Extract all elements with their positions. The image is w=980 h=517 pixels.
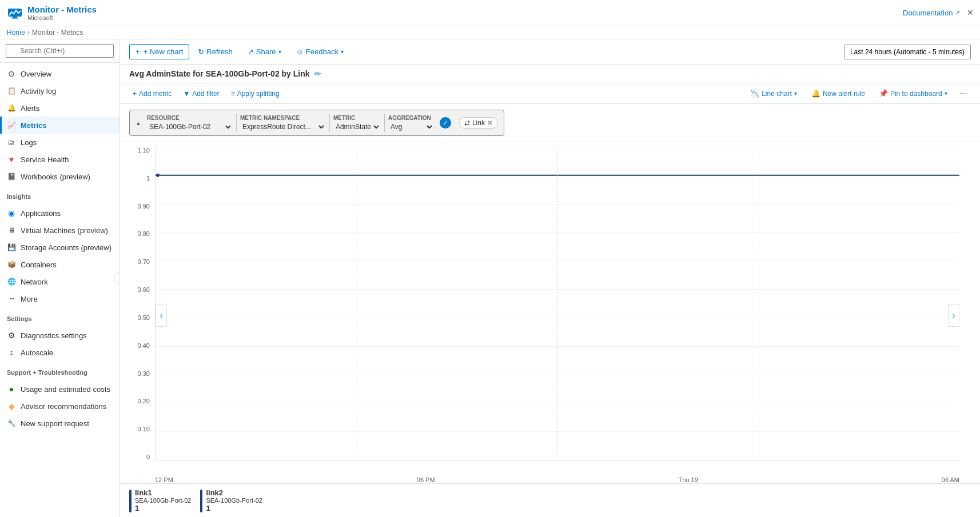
sidebar-item-diagnostics[interactable]: ⚙ Diagnostics settings	[0, 327, 119, 344]
sidebar-item-autoscale[interactable]: ↕ Autoscale	[0, 344, 119, 361]
legend-item-link1: link1 SEA-100Gb-Port-02 1	[129, 488, 191, 512]
more-options-button[interactable]: ···	[957, 87, 971, 100]
sidebar-item-activity-log[interactable]: 📋 Activity log	[0, 82, 119, 99]
settings-section-label: Settings	[0, 310, 119, 324]
sidebar-item-storage-accounts[interactable]: 💾 Storage Accounts (preview)	[0, 239, 119, 256]
aggregation-select[interactable]: Avg	[388, 122, 434, 131]
more-icon: ···	[7, 294, 16, 303]
support-section-label: Support + Troubleshooting	[0, 363, 119, 378]
metric-field: METRIC AdminState	[333, 115, 381, 131]
storage-icon: 💾	[7, 243, 16, 252]
y-label-0.40: 0.40	[138, 342, 150, 349]
remove-link-tag-button[interactable]: ✕	[487, 119, 493, 127]
sidebar-item-network[interactable]: 🌐 Network	[0, 273, 119, 290]
chart-next-button[interactable]: ›	[948, 304, 959, 327]
monitor-icon	[7, 5, 23, 21]
metric-label: METRIC	[333, 115, 381, 121]
svg-rect-1	[13, 17, 17, 18]
metric-collapse-icon[interactable]: ▲	[136, 120, 141, 126]
namespace-select[interactable]: ExpressRoute Direct...	[240, 122, 326, 131]
y-label-0.20: 0.20	[138, 398, 150, 404]
sidebar-item-logs[interactable]: 🗂 Logs	[0, 134, 119, 151]
workbooks-icon: 📓	[7, 172, 16, 181]
y-label-0.90: 0.90	[138, 203, 150, 210]
resource-field: RESOURCE SEA-100Gb-Port-02	[147, 115, 233, 131]
sidebar-item-containers[interactable]: 📦 Containers	[0, 256, 119, 273]
overview-icon: ⊙	[7, 69, 16, 78]
y-label-0.50: 0.50	[138, 314, 150, 321]
network-icon: 🌐	[7, 277, 16, 286]
sidebar-item-alerts[interactable]: 🔔 Alerts	[0, 99, 119, 117]
metrics-icon: 📈	[7, 121, 16, 130]
y-label-1.10: 1.10	[138, 147, 150, 154]
containers-icon: 📦	[7, 260, 16, 269]
sidebar-item-advisor[interactable]: ◆ Advisor recommendations	[0, 398, 119, 415]
sidebar-item-service-health[interactable]: ♥ Service Health	[0, 151, 119, 168]
diagnostics-icon: ⚙	[7, 331, 16, 340]
content-area: + + New chart ↻ Refresh ↗ Share ▾ ☺ Feed…	[120, 39, 980, 517]
feedback-button[interactable]: ☺ Feedback ▾	[290, 44, 350, 59]
sidebar-search-container	[0, 39, 119, 63]
apply-splitting-button[interactable]: ≡ Apply splitting	[228, 88, 283, 99]
y-label-0.10: 0.10	[138, 426, 150, 432]
x-label-6pm: 06 PM	[417, 476, 435, 483]
confirm-metric-button[interactable]: ✓	[440, 117, 451, 129]
insights-nav: ◉ Applications 🖥 Virtual Machines (previ…	[0, 202, 119, 310]
new-alert-rule-button[interactable]: 🔔 New alert rule	[807, 87, 870, 99]
advisor-icon: ◆	[7, 402, 16, 411]
legend-item-link2: link2 SEA-100Gb-Port-02 1	[200, 488, 262, 512]
alert-icon: 🔔	[811, 89, 820, 98]
edit-title-icon[interactable]: ✏	[314, 69, 321, 78]
share-button[interactable]: ↗ Share ▾	[241, 44, 288, 59]
y-axis: 1.10 1 0.90 0.80 0.70 0.60 0.50 0.40 0.3…	[129, 147, 152, 460]
main-toolbar: + + New chart ↻ Refresh ↗ Share ▾ ☺ Feed…	[120, 39, 980, 65]
add-filter-button[interactable]: ▼ Add filter	[180, 88, 222, 99]
line-chart-icon: 📉	[750, 89, 759, 98]
legend-color-link2	[200, 490, 202, 512]
sidebar: ⊙ Overview 📋 Activity log 🔔 Alerts 📈 Met…	[0, 39, 120, 517]
chart-title: Avg AdminState for SEA-100Gb-Port-02 by …	[129, 69, 310, 78]
line-chart-button[interactable]: 📉 Line chart ▾	[745, 87, 802, 100]
sidebar-item-metrics[interactable]: 📈 Metrics	[0, 117, 119, 134]
vm-icon: 🖥	[7, 226, 16, 235]
new-chart-button[interactable]: + + New chart	[129, 44, 189, 59]
refresh-icon: ↻	[198, 47, 204, 56]
chart-area: 1.10 1 0.90 0.80 0.70 0.60 0.50 0.40 0.3…	[120, 142, 980, 483]
y-label-1: 1	[146, 175, 150, 182]
x-label-12pm: 12 PM	[155, 476, 173, 483]
refresh-button[interactable]: ↻ Refresh	[192, 44, 239, 59]
y-label-0.30: 0.30	[138, 370, 150, 377]
link-filter-tag: ⇄ Link ✕	[459, 117, 498, 129]
sidebar-item-usage-costs[interactable]: ● Usage and estimated costs	[0, 380, 119, 398]
sidebar-item-workbooks[interactable]: 📓 Workbooks (preview)	[0, 168, 119, 185]
applications-icon: ◉	[7, 209, 16, 218]
close-button[interactable]: ×	[967, 7, 973, 19]
sidebar-item-more[interactable]: ··· More	[0, 290, 119, 307]
add-metric-button[interactable]: + Add metric	[129, 88, 175, 99]
chart-prev-button[interactable]: ‹	[156, 304, 167, 327]
namespace-label: METRIC NAMESPACE	[240, 115, 326, 121]
pin-to-dashboard-button[interactable]: 📌 Pin to dashboard ▾	[874, 87, 952, 99]
sidebar-item-new-support[interactable]: 🔧 New support request	[0, 415, 119, 432]
sidebar-item-applications[interactable]: ◉ Applications	[0, 205, 119, 222]
y-label-0.80: 0.80	[138, 230, 150, 237]
metric-select[interactable]: AdminState	[333, 122, 381, 131]
x-axis: 12 PM 06 PM Thu 19 06 AM	[155, 474, 959, 483]
settings-nav: ⚙ Diagnostics settings ↕ Autoscale	[0, 324, 119, 363]
sidebar-item-overview[interactable]: ⊙ Overview	[0, 65, 119, 82]
breadcrumb-home[interactable]: Home	[7, 29, 25, 37]
sidebar-item-virtual-machines[interactable]: 🖥 Virtual Machines (preview)	[0, 222, 119, 239]
top-bar: Monitor - Metrics Microsoft Documentatio…	[0, 0, 980, 26]
resource-select[interactable]: SEA-100Gb-Port-02	[147, 122, 233, 131]
usage-costs-icon: ●	[7, 384, 16, 394]
breadcrumb-current: Monitor - Metrics	[32, 29, 83, 37]
documentation-link[interactable]: Documentation ↗	[903, 9, 960, 17]
pin-icon: 📌	[879, 89, 888, 98]
legend-value-link2: 1	[206, 504, 262, 512]
time-range-button[interactable]: Last 24 hours (Automatic - 5 minutes)	[844, 45, 971, 59]
support-icon: 🔧	[7, 419, 16, 428]
filter-bar: + Add metric ▼ Add filter ≡ Apply splitt…	[120, 83, 980, 104]
y-label-0.60: 0.60	[138, 286, 150, 293]
legend-sub-link1: SEA-100Gb-Port-02	[135, 497, 191, 504]
search-input[interactable]	[6, 44, 114, 58]
